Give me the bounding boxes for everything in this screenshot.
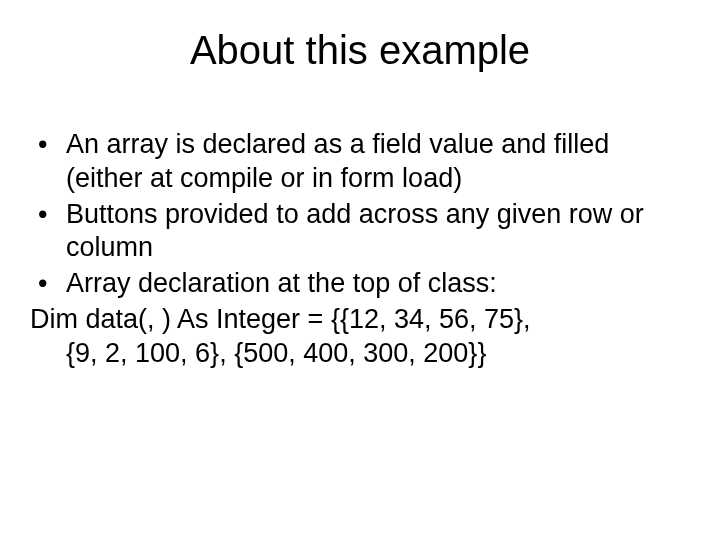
bullet-item: An array is declared as a field value an… [30, 128, 690, 196]
code-line: Dim data(, ) As Integer = {{12, 34, 56, … [30, 304, 531, 334]
code-line: {9, 2, 100, 6}, {500, 400, 300, 200}} [30, 337, 690, 371]
bullet-list: An array is declared as a field value an… [30, 128, 690, 301]
bullet-item: Array declaration at the top of class: [30, 267, 690, 301]
code-block: Dim data(, ) As Integer = {{12, 34, 56, … [30, 303, 690, 371]
slide-title: About this example [30, 28, 690, 73]
slide: About this example An array is declared … [0, 0, 720, 540]
bullet-item: Buttons provided to add across any given… [30, 198, 690, 266]
slide-body: An array is declared as a field value an… [30, 128, 690, 370]
